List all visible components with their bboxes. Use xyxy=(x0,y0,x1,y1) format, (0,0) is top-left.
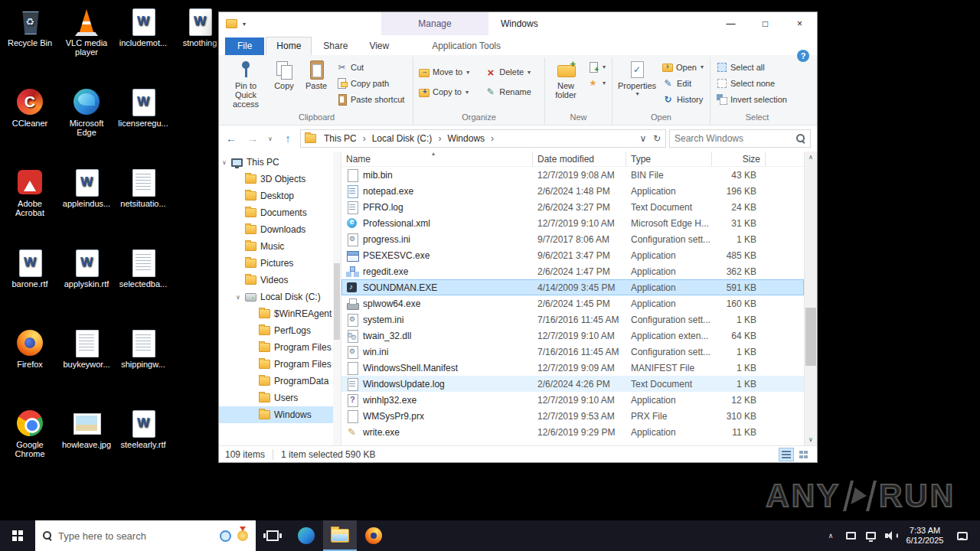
start-button[interactable] xyxy=(0,520,35,551)
nav-item[interactable]: Pictures xyxy=(219,255,341,272)
desktop-icon[interactable]: netsituatio... xyxy=(115,167,172,247)
breadcrumb-separator[interactable]: › xyxy=(437,133,442,144)
taskbar-clock[interactable]: 7:33 AM 6/12/2025 xyxy=(900,526,949,546)
desktop-icon[interactable]: Google Chrome xyxy=(2,408,58,488)
new-folder-button[interactable]: New folder xyxy=(547,57,584,99)
desktop-icon[interactable]: Firefox xyxy=(2,328,58,408)
nav-item[interactable]: ∨ Local Disk (C:) xyxy=(219,289,341,305)
file-row[interactable]: Professional.xml 12/7/2019 9:10 AM Micro… xyxy=(341,215,804,231)
network-tray-icon[interactable] xyxy=(861,520,880,551)
desktop-icon[interactable]: Adobe Acrobat xyxy=(2,167,58,247)
nav-item[interactable]: 3D Objects xyxy=(219,171,341,187)
file-row[interactable]: system.ini 7/16/2016 11:45 AM Configurat… xyxy=(341,311,804,328)
search-icon[interactable] xyxy=(796,134,805,143)
taskbar-edge-button[interactable] xyxy=(289,520,323,551)
column-header-name[interactable]: Name xyxy=(341,152,533,166)
desktop-icon[interactable]: selectedba... xyxy=(115,247,172,328)
desktop-icon[interactable]: shippingw... xyxy=(115,328,172,408)
edit-button[interactable]: Edit xyxy=(659,75,707,91)
expander-icon[interactable]: ∨ xyxy=(222,159,231,166)
desktop-icon[interactable]: buykeywor... xyxy=(58,328,115,408)
breadcrumb-windows[interactable]: Windows xyxy=(443,132,488,145)
desktop-icon[interactable]: appleindus... xyxy=(58,167,115,247)
action-center-button[interactable] xyxy=(949,532,975,540)
file-row[interactable]: progress.ini 9/7/2017 8:06 AM Configurat… xyxy=(341,231,804,247)
search-box[interactable] xyxy=(669,129,811,148)
up-button[interactable]: ↑ xyxy=(279,129,297,148)
desktop-icon[interactable]: licenseregu... xyxy=(115,86,172,167)
taskbar-search[interactable] xyxy=(35,520,256,551)
nav-item[interactable]: $WinREAgent xyxy=(219,305,341,322)
nav-item[interactable]: Users xyxy=(219,390,341,406)
nav-item[interactable]: ∨ This PC xyxy=(219,154,341,171)
list-scrollbar[interactable]: ∧ ∨ xyxy=(804,152,817,445)
maximize-button[interactable]: □ xyxy=(748,12,782,35)
easy-access-button[interactable]: ▾ xyxy=(584,75,609,91)
select-none-button[interactable]: Select none xyxy=(713,75,790,91)
ribbon-tab[interactable]: Home xyxy=(266,37,312,55)
large-icons-view-button[interactable] xyxy=(795,448,811,461)
file-row[interactable]: WMSysPr9.prx 12/7/2019 9:53 AM PRX File … xyxy=(341,408,804,424)
desktop-icon[interactable]: CCleaner xyxy=(2,86,58,167)
taskbar-firefox-button[interactable] xyxy=(357,520,390,551)
file-row[interactable]: WindowsShell.Manifest 12/7/2019 9:09 AM … xyxy=(341,360,804,376)
breadcrumb-separator[interactable]: › xyxy=(490,133,495,144)
nav-item[interactable]: PerfLogs xyxy=(219,322,341,339)
copy-button[interactable]: Copy xyxy=(269,57,299,90)
nav-item[interactable]: Program Files xyxy=(219,356,341,373)
delete-button[interactable]: Delete ▾ xyxy=(482,64,542,80)
nav-item[interactable]: Program Files xyxy=(219,339,341,356)
search-input[interactable] xyxy=(675,133,792,144)
history-button[interactable]: History xyxy=(659,91,707,107)
expander-icon[interactable]: ∨ xyxy=(236,294,245,301)
address-history-dropdown[interactable]: ∨ xyxy=(636,129,650,148)
taskbar-search-input[interactable] xyxy=(58,530,214,542)
refresh-button[interactable]: ↻ xyxy=(650,129,664,148)
recent-locations-button[interactable]: ∨ xyxy=(265,129,276,148)
help-button[interactable]: ? xyxy=(797,50,809,62)
scroll-down-arrow[interactable]: ∨ xyxy=(805,434,817,445)
open-button[interactable]: Open ▾ xyxy=(659,59,707,75)
breadcrumb-separator[interactable]: › xyxy=(362,133,367,144)
file-row[interactable]: splwow64.exe 2/6/2024 1:45 PM Applicatio… xyxy=(341,295,804,311)
task-view-button[interactable] xyxy=(256,520,289,551)
desktop-icon[interactable]: barone.rtf xyxy=(2,247,58,328)
paste-button[interactable]: Paste xyxy=(299,57,333,90)
details-view-button[interactable] xyxy=(779,448,794,461)
ribbon-tab[interactable]: File xyxy=(225,37,264,55)
sort-ascending-icon[interactable]: ▴ xyxy=(432,150,435,157)
qat-customize-icon[interactable]: ▾ xyxy=(243,21,246,28)
file-row[interactable]: twain_32.dll 12/7/2019 9:10 AM Applicati… xyxy=(341,328,804,344)
copy-to-button[interactable]: Copy to ▾ xyxy=(416,84,480,100)
nav-item[interactable]: Windows xyxy=(219,406,341,423)
breadcrumb-local-disk[interactable]: Local Disk (C:) xyxy=(368,132,436,145)
nav-item[interactable]: Downloads xyxy=(219,221,341,238)
invert-selection-button[interactable]: Invert selection xyxy=(713,91,790,107)
breadcrumb-this-pc[interactable]: This PC xyxy=(320,132,361,145)
properties-button[interactable]: Properties ▾ xyxy=(615,57,659,97)
file-row[interactable]: notepad.exe 2/6/2024 1:48 PM Application… xyxy=(341,183,804,199)
desktop-icon[interactable]: applyskin.rtf xyxy=(58,247,115,328)
title-bar[interactable]: ▾ Manage Windows — □ × xyxy=(219,12,817,35)
pin-to-quick-access-button[interactable]: Pin to Quick access xyxy=(223,57,269,109)
nav-item[interactable]: Documents xyxy=(219,204,341,221)
scroll-up-arrow[interactable]: ∧ xyxy=(805,152,817,163)
nav-item[interactable]: Desktop xyxy=(219,187,341,204)
nav-scrollbar[interactable] xyxy=(333,152,341,445)
desktop-icon[interactable]: howleave.jpg xyxy=(58,408,115,488)
paste-shortcut-button[interactable]: Paste shortcut xyxy=(333,91,407,107)
rename-button[interactable]: Rename xyxy=(482,84,542,100)
forward-button[interactable]: → xyxy=(243,129,262,148)
file-row[interactable]: winhlp32.exe 12/7/2019 9:10 AM Applicati… xyxy=(341,392,804,408)
file-row[interactable]: SOUNDMAN.EXE 4/14/2009 3:45 PM Applicati… xyxy=(341,279,804,295)
display-tray-icon[interactable] xyxy=(841,520,861,551)
desktop-icon[interactable]: includemot... xyxy=(115,6,172,86)
column-header-date-modified[interactable]: Date modified xyxy=(533,152,626,166)
column-header-size[interactable]: Size xyxy=(712,152,766,166)
file-row[interactable]: WindowsUpdate.log 2/6/2024 4:26 PM Text … xyxy=(341,376,804,392)
volume-tray-icon[interactable] xyxy=(880,520,900,551)
move-to-button[interactable]: Move to ▾ xyxy=(416,64,480,80)
list-scrollbar-thumb[interactable] xyxy=(805,308,816,367)
minimize-button[interactable]: — xyxy=(714,12,748,35)
file-row[interactable]: PSEXESVC.exe 9/6/2021 3:47 PM Applicatio… xyxy=(341,247,804,263)
